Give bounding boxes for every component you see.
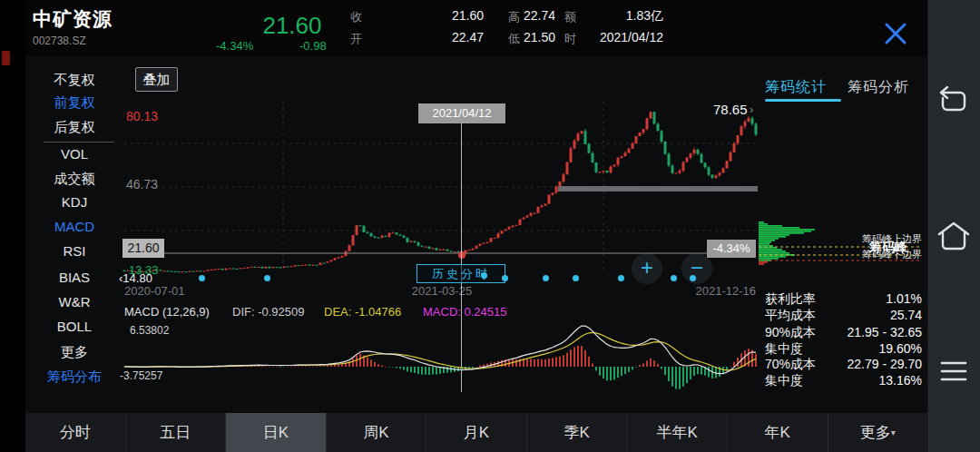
sidebar-item-wr[interactable]: W&R — [25, 292, 123, 312]
stat-value-90-cost: 21.95 - 32.65 — [847, 325, 922, 339]
chip-peak-lower-label: 筹码峰下边界 — [862, 248, 922, 261]
change-value: -0.98 — [299, 39, 327, 53]
tab-quarterly-k[interactable]: 季K — [527, 413, 628, 452]
tab-yearly-k[interactable]: 年K — [728, 413, 828, 452]
tab-daily-k[interactable]: 日K — [226, 413, 327, 452]
zoom-in-button[interactable]: + — [632, 253, 662, 284]
header: 中矿资源 002738.SZ 21.60 -4.34% -0.98 收 21.6… — [0, 0, 927, 56]
back-icon — [935, 80, 973, 118]
stock-name: 中矿资源 — [33, 6, 113, 32]
nav-recents-button[interactable] — [935, 352, 973, 390]
event-dot[interactable] — [199, 275, 205, 281]
sidebar-divider — [44, 142, 114, 142]
sidebar-item-boll[interactable]: BOLL — [25, 317, 123, 337]
caret-down-icon: ▾ — [891, 427, 896, 437]
home-icon — [935, 218, 973, 256]
tab-chip-analysis[interactable]: 筹码分析 — [848, 78, 909, 97]
event-dot[interactable] — [502, 275, 508, 281]
stat-label-70-cost: 70%成本 — [765, 357, 816, 373]
stat-label-concentration-90: 集中度 — [765, 341, 803, 358]
change-percent: -4.34% — [216, 39, 253, 53]
event-dot[interactable] — [573, 275, 579, 281]
zoom-out-button[interactable]: − — [681, 253, 712, 284]
scroll-left-indicator[interactable]: ‹14.80 — [119, 271, 152, 285]
macd-dif-label: DIF: -0.92509 — [232, 305, 305, 319]
label-close: 收 — [350, 9, 362, 25]
tab-weekly-k[interactable]: 周K — [327, 413, 427, 452]
crosshair-date-tooltip: 2021/04/12 — [418, 103, 505, 123]
tab-more-label: 更多 — [860, 424, 891, 441]
sidebar-item-rsi[interactable]: RSI — [25, 241, 123, 261]
kline-chart[interactable] — [122, 98, 758, 276]
nav-home-button[interactable] — [935, 218, 973, 256]
event-dot[interactable] — [690, 275, 696, 281]
recents-icon — [935, 352, 973, 390]
value-time: 2021/04/12 — [564, 30, 663, 44]
event-dot[interactable] — [543, 275, 549, 281]
event-dot[interactable] — [481, 272, 487, 279]
tab-5day[interactable]: 五日 — [126, 413, 227, 452]
sidebar-item-backward-adjust[interactable]: 后复权 — [25, 117, 123, 137]
tab-chip-statistics[interactable]: 筹码统计 — [765, 78, 827, 97]
sidebar-item-more[interactable]: 更多 — [25, 342, 123, 362]
sidebar-item-bias[interactable]: BIAS — [25, 268, 123, 288]
stat-value-avg-cost: 25.74 — [890, 308, 922, 322]
history-intraday-button[interactable]: 历史分时 — [416, 264, 505, 283]
sidebar-item-forward-adjust[interactable]: 前复权 — [25, 93, 123, 113]
close-icon — [878, 16, 913, 51]
stat-value-70-cost: 22.79 - 29.70 — [847, 357, 922, 371]
stat-value-concentration-70: 13.16% — [879, 373, 922, 388]
notification-badge — [2, 51, 10, 65]
stat-value-concentration-90: 19.60% — [879, 341, 922, 356]
left-price-label: 14.80 — [122, 271, 152, 285]
macd-dea-label: DEA: -1.04766 — [324, 305, 401, 319]
event-dot[interactable] — [618, 275, 624, 281]
period-tab-bar: 分时 五日 日K 周K 月K 季K 半年K 年K 更多▾ — [25, 413, 927, 452]
label-open: 开 — [350, 31, 362, 47]
macd-chart[interactable] — [122, 323, 758, 394]
value-amount: 1.83亿 — [564, 8, 663, 25]
tab-active-underline — [765, 99, 841, 102]
latest-high-label: 78.65 — [713, 102, 748, 117]
value-high: 22.74 — [456, 8, 555, 23]
sidebar-item-no-adjust[interactable]: 不复权 — [25, 70, 123, 90]
event-dot[interactable] — [671, 275, 677, 281]
sidebar-item-vol[interactable]: VOL — [25, 144, 123, 164]
sidebar-item-macd[interactable]: MACD — [25, 217, 123, 237]
x-axis-date-end: 2021-12-16 — [683, 284, 756, 298]
change-percent-badge: -4.34% — [707, 240, 756, 258]
value-low: 21.50 — [456, 30, 555, 44]
left-edge-strip — [0, 0, 25, 452]
stock-code: 002738.SZ — [33, 34, 86, 47]
y-axis-max-label: 80.13 — [126, 109, 158, 123]
current-price: 21.60 — [238, 12, 347, 40]
y-axis-mid-label: 46.73 — [126, 177, 158, 192]
macd-params-label: MACD (12,26,9) — [124, 305, 210, 319]
current-price-badge: 21.60 — [122, 239, 164, 258]
sidebar-item-chip-distribution[interactable]: 筹码分布 — [25, 367, 123, 387]
tab-monthly-k[interactable]: 月K — [426, 413, 527, 452]
tab-half-year-k[interactable]: 半年K — [627, 413, 728, 452]
tab-minute[interactable]: 分时 — [25, 413, 126, 452]
sidebar-item-kdj[interactable]: KDJ — [25, 192, 123, 212]
stat-value-profit-ratio: 1.01% — [886, 291, 922, 306]
stat-label-concentration-70: 集中度 — [765, 373, 803, 389]
stat-label-90-cost: 90%成本 — [765, 325, 816, 341]
chevron-right-icon: › — [750, 103, 753, 116]
x-axis-date-mid: 2021-03-25 — [406, 284, 478, 298]
x-axis-date-start: 2020-07-01 — [124, 284, 185, 298]
event-dot[interactable] — [264, 275, 270, 281]
overlay-compare-button[interactable]: 叠加 — [135, 67, 178, 92]
stat-label-profit-ratio: 获利比率 — [765, 291, 816, 308]
close-button[interactable] — [878, 16, 913, 51]
tab-more[interactable]: 更多▾ — [828, 413, 928, 452]
stat-label-avg-cost: 平均成本 — [765, 308, 816, 324]
macd-value-label: MACD: 0.24515 — [423, 305, 507, 319]
stock-detail-screen: 中矿资源 002738.SZ 21.60 -4.34% -0.98 收 21.6… — [0, 0, 980, 452]
nav-back-button[interactable] — [935, 80, 973, 118]
sidebar-item-amount[interactable]: 成交额 — [25, 169, 123, 189]
